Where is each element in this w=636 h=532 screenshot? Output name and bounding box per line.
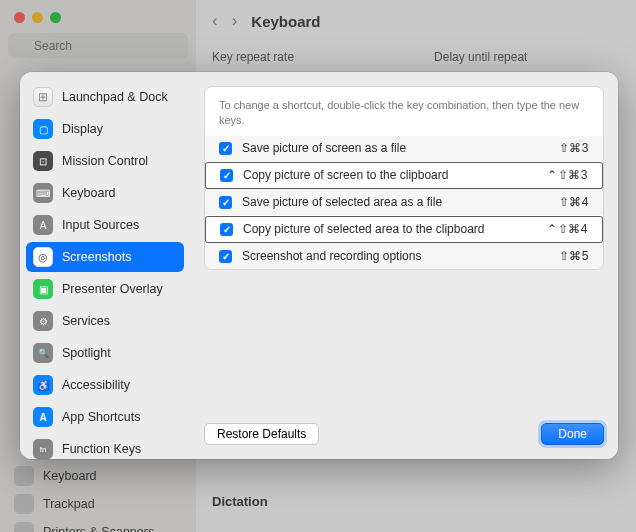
sidebar-item-mission[interactable]: Mission Control (26, 146, 184, 176)
search-container: 🔍 (8, 33, 188, 58)
appshortcuts-icon (33, 407, 53, 427)
screenshots-icon (33, 247, 53, 267)
shortcut-row[interactable]: Copy picture of selected area to the cli… (205, 216, 603, 243)
page-title: Keyboard (251, 13, 320, 30)
shortcut-label: Screenshot and recording options (242, 249, 549, 264)
shortcut-key[interactable]: ⇧⌘4 (559, 195, 589, 209)
input-icon (33, 215, 53, 235)
restore-defaults-button[interactable]: Restore Defaults (204, 423, 319, 445)
shortcut-checkbox[interactable] (220, 223, 233, 236)
sidebar-item-label: Accessibility (62, 378, 130, 392)
sidebar-item-label: Keyboard (43, 469, 97, 483)
accessibility-icon (33, 375, 53, 395)
shortcuts-modal: Launchpad & DockDisplayMission ControlKe… (20, 72, 618, 459)
shortcut-row[interactable]: Screenshot and recording options⇧⌘5 (205, 244, 603, 269)
launchpad-icon (33, 87, 53, 107)
shortcut-checkbox[interactable] (219, 250, 232, 263)
shortcut-checkbox[interactable] (219, 142, 232, 155)
label-key-repeat: Key repeat rate (212, 50, 294, 64)
mission-icon (33, 151, 53, 171)
maximize-window-icon[interactable] (50, 12, 61, 23)
sidebar-item-keyboard[interactable]: Keyboard (8, 462, 188, 490)
window-controls (8, 8, 188, 33)
sidebar-item-label: Services (62, 314, 110, 328)
sidebar-item-accessibility[interactable]: Accessibility (26, 370, 184, 400)
shortcut-row[interactable]: Save picture of selected area as a file⇧… (205, 190, 603, 215)
sidebar-item-appshortcuts[interactable]: App Shortcuts (26, 402, 184, 432)
shortcut-label: Save picture of selected area as a file (242, 195, 549, 210)
shortcut-key[interactable]: ⌃⇧⌘3 (547, 168, 588, 182)
instruction-text: To change a shortcut, double-click the k… (205, 87, 603, 136)
section-dictation: Dictation (212, 494, 620, 509)
sidebar-item-input[interactable]: Input Sources (26, 210, 184, 240)
sidebar-item-display[interactable]: Display (26, 114, 184, 144)
sidebar-item-label: App Shortcuts (62, 410, 141, 424)
sidebar-item-function[interactable]: Function Keys (26, 434, 184, 459)
modal-sidebar: Launchpad & DockDisplayMission ControlKe… (20, 72, 190, 459)
shortcut-label: Save picture of screen as a file (242, 141, 549, 156)
shortcut-label: Copy picture of screen to the clipboard (243, 168, 537, 183)
sidebar-item-label: Keyboard (62, 186, 116, 200)
shortcut-row[interactable]: Copy picture of screen to the clipboard⌃… (205, 162, 603, 189)
modal-footer: Restore Defaults Done (204, 411, 604, 445)
sidebar-item-launchpad[interactable]: Launchpad & Dock (26, 82, 184, 112)
sidebar-item-services[interactable]: Services (26, 306, 184, 336)
keyboard-icon (33, 183, 53, 203)
sidebar-item-spotlight[interactable]: Spotlight (26, 338, 184, 368)
done-button[interactable]: Done (541, 423, 604, 445)
sidebar-item-label: Presenter Overlay (62, 282, 163, 296)
shortcuts-list: To change a shortcut, double-click the k… (204, 86, 604, 270)
shortcut-key[interactable]: ⌃⇧⌘4 (547, 222, 588, 236)
sidebar-item-printers[interactable]: Printers & Scanners (8, 518, 188, 532)
sidebar-item-trackpad[interactable]: Trackpad (8, 490, 188, 518)
printer-icon (14, 522, 34, 532)
shortcut-row[interactable]: Save picture of screen as a file⇧⌘3 (205, 136, 603, 161)
sidebar-item-label: Mission Control (62, 154, 148, 168)
services-icon (33, 311, 53, 331)
label-delay: Delay until repeat (434, 50, 527, 64)
sidebar-item-label: Trackpad (43, 497, 95, 511)
back-icon[interactable]: ‹ (212, 11, 218, 31)
close-window-icon[interactable] (14, 12, 25, 23)
bg-lower-sidebar: Keyboard Trackpad Printers & Scanners (8, 462, 188, 532)
display-icon (33, 119, 53, 139)
search-input[interactable] (8, 33, 188, 58)
bg-sub-labels: Key repeat rate Delay until repeat (212, 50, 620, 64)
spotlight-icon (33, 343, 53, 363)
sidebar-item-label: Display (62, 122, 103, 136)
shortcut-checkbox[interactable] (219, 196, 232, 209)
sidebar-item-keyboard[interactable]: Keyboard (26, 178, 184, 208)
button-label: Done (558, 427, 587, 441)
sidebar-item-label: Spotlight (62, 346, 111, 360)
forward-icon[interactable]: › (232, 11, 238, 31)
shortcut-checkbox[interactable] (220, 169, 233, 182)
sidebar-item-label: Printers & Scanners (43, 525, 154, 532)
sidebar-item-label: Function Keys (62, 442, 141, 456)
sidebar-item-presenter[interactable]: Presenter Overlay (26, 274, 184, 304)
presenter-icon (33, 279, 53, 299)
sidebar-item-screenshots[interactable]: Screenshots (26, 242, 184, 272)
keyboard-icon (14, 466, 34, 486)
shortcut-key[interactable]: ⇧⌘3 (559, 141, 589, 155)
button-label: Restore Defaults (217, 427, 306, 441)
sidebar-item-label: Screenshots (62, 250, 131, 264)
shortcut-label: Copy picture of selected area to the cli… (243, 222, 537, 237)
function-icon (33, 439, 53, 459)
trackpad-icon (14, 494, 34, 514)
sidebar-item-label: Launchpad & Dock (62, 90, 168, 104)
bg-nav: ‹ › Keyboard (212, 8, 620, 34)
sidebar-item-label: Input Sources (62, 218, 139, 232)
modal-main: To change a shortcut, double-click the k… (190, 72, 618, 459)
minimize-window-icon[interactable] (32, 12, 43, 23)
shortcut-key[interactable]: ⇧⌘5 (559, 249, 589, 263)
